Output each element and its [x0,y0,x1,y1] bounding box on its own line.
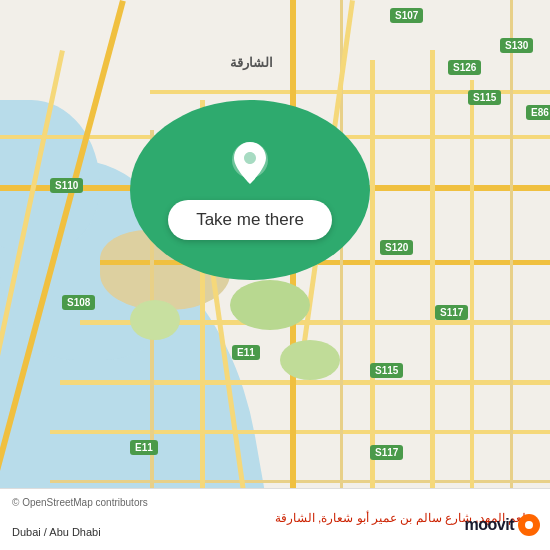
road-badge-b8: S108 [62,295,95,310]
road-v4 [470,80,474,550]
road-badge-b6: S110 [50,178,83,193]
road-badge-b12: E11 [130,440,158,455]
location-overlay: Take me there [130,100,370,280]
map-container: الشارقة S107S126S130S115E86S110S120S108S… [0,0,550,550]
green-area-3 [130,300,180,340]
location-pin-icon [230,140,270,188]
road-badge-b9: S117 [435,305,468,320]
green-area-1 [230,280,310,330]
road-badge-b13: S117 [370,445,403,460]
moovit-dot-inner [525,521,533,529]
take-me-there-button[interactable]: Take me there [168,200,332,240]
city-label: الشارقة [230,55,273,70]
bottom-info-bar: © OpenStreetMap contributors مطعم المهد,… [0,488,550,550]
road-v3 [430,50,435,550]
road-h5 [50,430,550,434]
road-badge-b7: S120 [380,240,413,255]
road-h2 [100,260,550,265]
road-h4 [60,380,550,385]
road-badge-b11: S115 [370,363,403,378]
moovit-text: moovit [465,516,514,534]
location-subtitle: Dubai / Abu Dhabi [12,526,538,538]
moovit-logo: moovit [465,514,540,536]
road-badge-b3: S130 [500,38,533,53]
road-v2 [370,60,375,550]
road-badge-b1: S107 [390,8,423,23]
road-v1 [290,0,296,550]
road-h8 [50,480,550,483]
moovit-dot-icon [518,514,540,536]
road-v8 [510,0,513,550]
road-badge-b10: E11 [232,345,260,360]
road-badge-b4: S115 [468,90,501,105]
green-area-2 [280,340,340,380]
location-name: مطعم المهد, شارع سالم بن عمير أبو شعارة,… [12,511,538,525]
road-badge-b2: S126 [448,60,481,75]
road-badge-b5: E86 [526,105,550,120]
attribution-text: © OpenStreetMap contributors [12,497,538,508]
